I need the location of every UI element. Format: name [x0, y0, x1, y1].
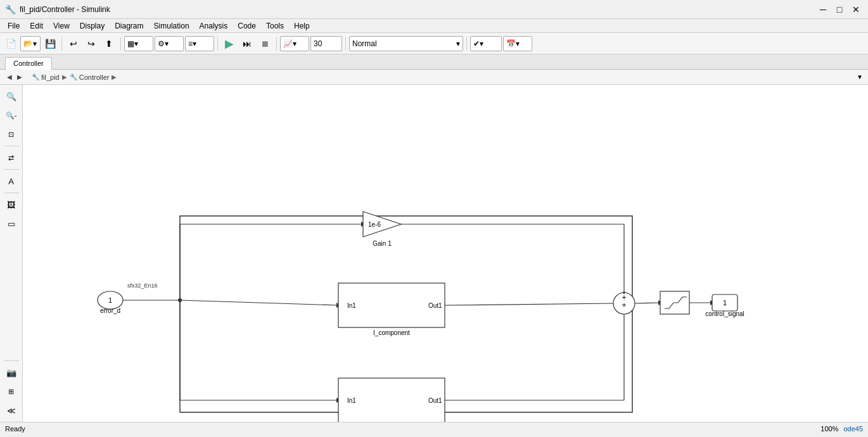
- block-dcomp-out: Out1: [428, 397, 442, 404]
- minimize-button[interactable]: ─: [816, 3, 830, 16]
- toolbar-sep-6: [466, 37, 467, 51]
- mode-dropdown[interactable]: Normal ▾: [349, 36, 463, 51]
- toolbar: 📄 📂▾ 💾 ↩ ↪ ⬆ ▦▾ ⚙▾ ≡▾ ▶ ⏭ ⏹ 📈▾ Normal ▾ …: [0, 33, 868, 54]
- window-controls: ─ □ ✕: [816, 3, 863, 16]
- block-error-d-num: 1: [108, 296, 112, 304]
- new-button[interactable]: 📄: [3, 35, 19, 52]
- library-button[interactable]: ▦▾: [124, 36, 153, 51]
- block-control-signal-num: 1: [723, 299, 727, 307]
- calendar-dropdown[interactable]: 📅▾: [503, 36, 532, 51]
- block-gain1-value: 1e-6: [368, 221, 381, 228]
- block-icomp-out: Out1: [428, 302, 442, 309]
- block-gain1-label: Gain 1: [373, 240, 392, 247]
- open-dropdown[interactable]: 📂▾: [20, 36, 41, 51]
- mode-label: Normal: [352, 39, 377, 48]
- branch-dot: [178, 298, 182, 302]
- menu-bar: File Edit View Display Diagram Simulatio…: [0, 19, 868, 33]
- lp-sep-bottom: [4, 360, 19, 361]
- menu-simulation[interactable]: Simulation: [149, 20, 195, 32]
- block-error-d-label: error_d: [100, 307, 120, 314]
- redo-button[interactable]: ↪: [83, 35, 99, 52]
- shape-button[interactable]: ▭: [3, 215, 20, 232]
- more-button[interactable]: ≪: [3, 402, 20, 419]
- undo-button[interactable]: ↩: [65, 35, 82, 52]
- menu-diagram[interactable]: Diagram: [110, 20, 148, 32]
- scope-dropdown[interactable]: 📈▾: [280, 36, 309, 51]
- block-control-signal-label: control_signal: [705, 310, 744, 317]
- sim-input-dropdown[interactable]: ≡▾: [185, 36, 214, 51]
- status-ready: Ready: [5, 425, 815, 433]
- toolbar-sep-4: [276, 37, 277, 51]
- breadcrumb-current-label: Controller: [79, 73, 110, 81]
- zoom-in-button[interactable]: 🔍: [3, 87, 20, 105]
- breadcrumb-current-icon: 🔧: [70, 73, 77, 80]
- status-solver[interactable]: ode45: [843, 425, 863, 433]
- camera-button[interactable]: 📷: [3, 364, 20, 381]
- status-zoom: 100%: [820, 425, 838, 433]
- menu-code[interactable]: Code: [233, 20, 261, 32]
- diagram-canvas[interactable]: 1 error_d sfx32_En16 1e-6 Gain 1 In1 Out…: [23, 85, 868, 422]
- breadcrumb-back[interactable]: ◀: [5, 73, 14, 81]
- breadcrumb-forward[interactable]: ▶: [15, 73, 24, 81]
- lp-sep-1: [4, 146, 19, 146]
- tab-bar: Controller: [0, 54, 868, 70]
- status-bar: Ready 100% ode45: [0, 422, 868, 434]
- menu-help[interactable]: Help: [289, 20, 315, 32]
- image-button[interactable]: 🖼: [3, 196, 20, 213]
- title-bar: 🔧 fil_pid/Controller - Simulink ─ □ ✕: [0, 0, 868, 19]
- menu-tools[interactable]: Tools: [261, 20, 289, 32]
- toolbar-sep-3: [217, 37, 218, 51]
- sim-time-input[interactable]: [310, 36, 342, 51]
- annotation-sfx: sfx32_En16: [127, 282, 158, 289]
- text-button[interactable]: A: [3, 172, 20, 190]
- zoom-out-button[interactable]: 🔍-: [3, 106, 20, 124]
- run-button[interactable]: ▶: [221, 35, 238, 52]
- up-button[interactable]: ⬆: [101, 35, 117, 52]
- block-sum-top-plus: +: [622, 289, 626, 296]
- save-button[interactable]: 💾: [42, 35, 58, 52]
- block-dcomp-in: In1: [347, 397, 356, 404]
- toolbar-sep-1: [61, 37, 62, 51]
- breadcrumb-root-label: fil_pid: [41, 73, 60, 81]
- breadcrumb-root-icon: 🔧: [32, 73, 39, 80]
- wire-to-icomp: [180, 300, 338, 305]
- title-icon: 🔧: [5, 4, 16, 15]
- close-button[interactable]: ✕: [849, 3, 863, 16]
- signal-view-button[interactable]: ⇄: [3, 149, 20, 167]
- breadcrumb-root[interactable]: 🔧 fil_pid: [32, 73, 60, 81]
- stop-button[interactable]: ⏹: [257, 35, 273, 52]
- check-area: ✔▾: [470, 36, 502, 51]
- grid-button[interactable]: ⊞: [3, 383, 20, 400]
- menu-view[interactable]: View: [48, 20, 75, 32]
- menu-file[interactable]: File: [3, 20, 25, 32]
- toolbar-sep-5: [345, 37, 346, 51]
- breadcrumb-arrow-1: ▶: [62, 73, 67, 80]
- fit-button[interactable]: ⊡: [3, 125, 20, 143]
- breadcrumb-arrow-2: ▶: [112, 73, 117, 80]
- maximize-button[interactable]: □: [833, 3, 846, 16]
- menu-analysis[interactable]: Analysis: [195, 20, 233, 32]
- tab-controller[interactable]: Controller: [5, 57, 52, 70]
- left-panel: 🔍 🔍- ⊡ ⇄ A 🖼 ▭ 📷 ⊞ ≪: [0, 85, 23, 422]
- menu-display[interactable]: Display: [75, 20, 110, 32]
- wire-sum-to-sat: [635, 303, 660, 303]
- wire-icomp-to-sum: [445, 303, 613, 305]
- block-sum-plus2: +: [622, 301, 626, 310]
- model-settings-button[interactable]: ⚙▾: [155, 36, 184, 51]
- block-icomp-label: I_component: [373, 329, 410, 336]
- window-title: fil_pid/Controller - Simulink: [20, 5, 863, 14]
- step-forward-button[interactable]: ⏭: [239, 35, 255, 52]
- lp-sep-3: [4, 193, 19, 193]
- toolbar-sep-2: [120, 37, 121, 51]
- breadcrumb-nav: ◀ ▶: [5, 73, 24, 81]
- breadcrumb-current[interactable]: 🔧 Controller: [70, 73, 110, 81]
- menu-edit[interactable]: Edit: [25, 20, 48, 32]
- lp-sep-2: [4, 169, 19, 170]
- breadcrumb-expand[interactable]: ▼: [857, 73, 863, 80]
- check-dropdown[interactable]: ✔▾: [470, 36, 502, 51]
- main-area: 🔍 🔍- ⊡ ⇄ A 🖼 ▭ 📷 ⊞ ≪: [0, 85, 868, 422]
- diagram-svg: 1 error_d sfx32_En16 1e-6 Gain 1 In1 Out…: [23, 85, 868, 422]
- breadcrumb: ◀ ▶ 🔧 fil_pid ▶ 🔧 Controller ▶ ▼: [0, 70, 868, 85]
- block-icomp-in: In1: [347, 302, 356, 309]
